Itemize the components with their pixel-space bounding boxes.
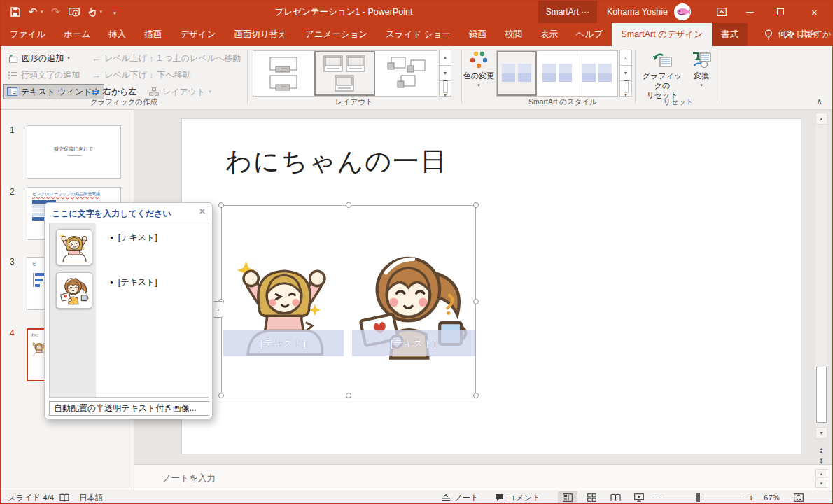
text-pane-bullet-2[interactable]: ●[テキスト] <box>110 276 158 288</box>
save-icon[interactable] <box>10 5 20 19</box>
undo-icon[interactable]: ↶ <box>28 5 38 19</box>
resize-handle-sw[interactable] <box>218 393 224 398</box>
zoom-in-button[interactable]: + <box>748 491 754 504</box>
previous-slide-button[interactable]: ▲▲ <box>816 444 827 455</box>
undo-dropdown-icon[interactable]: ▾ <box>41 9 43 15</box>
tab-insert[interactable]: 挿入 <box>99 23 135 46</box>
move-up-button[interactable]: ↑1 つ上のレベルへ移動 <box>146 50 244 66</box>
layout-gallery-item-1[interactable] <box>253 51 314 96</box>
gallery-more-icon[interactable]: ▼ <box>439 80 451 97</box>
tab-help[interactable]: ヘルプ <box>567 23 612 46</box>
accessibility-checker-icon[interactable] <box>59 491 70 504</box>
zoom-slider-thumb[interactable] <box>696 493 700 502</box>
bullet-list-icon <box>8 71 18 79</box>
fit-to-window-button[interactable] <box>789 491 808 504</box>
tab-record[interactable]: 録画 <box>460 23 496 46</box>
maximize-button[interactable] <box>765 1 796 23</box>
gallery-scroll-up-icon[interactable]: ▲ <box>439 50 451 66</box>
minimize-button[interactable] <box>734 1 765 23</box>
notes-placeholder[interactable]: ノートを入力 <box>162 472 216 484</box>
tab-format[interactable]: 書式 <box>712 23 748 46</box>
tab-file[interactable]: ファイル <box>1 23 55 46</box>
tab-review[interactable]: 校閲 <box>496 23 531 46</box>
resize-handle-e[interactable] <box>473 299 479 304</box>
resize-handle-ne[interactable] <box>473 202 479 208</box>
slideshow-icon <box>634 493 644 502</box>
normal-view-button[interactable] <box>558 491 578 504</box>
bullet-dot-icon: ● <box>110 234 113 241</box>
style-gallery-item-3[interactable] <box>578 51 617 96</box>
smartart-frame[interactable]: [テキスト] [テキスト] › <box>221 205 476 398</box>
convert-button[interactable]: 変換 ▾ <box>687 50 716 89</box>
zoom-percentage[interactable]: 67% <box>764 491 780 504</box>
layout-gallery-item-3[interactable] <box>375 51 436 96</box>
text-pane-item-thumbnail-2[interactable] <box>56 272 92 309</box>
promote-button[interactable]: ←レベル上げ <box>89 50 150 66</box>
customize-qat-icon[interactable]: ▾ <box>110 5 120 19</box>
slide-thumbnail-1[interactable]: 販売促進に向けて <box>27 125 121 178</box>
notes-scroll-down-icon[interactable]: ▼ <box>816 479 827 488</box>
add-bullet-button[interactable]: 行頭文字の追加 <box>5 67 83 83</box>
tab-design[interactable]: デザイン <box>171 23 225 46</box>
language-button[interactable]: 日本語 <box>79 491 104 504</box>
slide-indicator[interactable]: スライド 4/4 <box>8 491 54 504</box>
text-pane-bullet-1[interactable]: ●[テキスト] <box>110 232 158 244</box>
change-colors-button[interactable]: 色の変更 ▾ <box>463 50 495 89</box>
text-pane-collapse-chevron[interactable]: › <box>213 301 223 318</box>
demote-button[interactable]: →レベル下げ <box>89 67 150 83</box>
collapse-ribbon-icon[interactable]: ∧ <box>816 97 822 106</box>
slide-sorter-view-button[interactable] <box>582 491 601 504</box>
start-from-beginning-icon[interactable] <box>69 5 80 19</box>
user-avatar[interactable] <box>674 4 691 20</box>
style-gallery-item-2[interactable] <box>537 51 577 96</box>
tab-smartart-design[interactable]: SmartArt のデザイン <box>612 23 712 46</box>
tab-view[interactable]: 表示 <box>531 23 567 46</box>
resize-handle-n[interactable] <box>346 202 351 208</box>
add-shape-button[interactable]: 図形の追加▾ <box>5 50 73 66</box>
user-name[interactable]: Kohama Yoshie <box>607 1 668 23</box>
close-button[interactable]: × <box>796 1 833 23</box>
tab-slideshow[interactable]: スライド ショー <box>377 23 460 46</box>
resize-handle-nw[interactable] <box>218 202 224 208</box>
notes-pane[interactable]: ノートを入力 ▲ ▼ <box>134 464 833 491</box>
zoom-slider-track[interactable] <box>663 498 744 498</box>
touch-mode-dropdown-icon[interactable]: ▾ <box>100 9 103 15</box>
redo-icon[interactable]: ↷ <box>51 5 61 19</box>
scroll-up-icon[interactable]: ▲ <box>816 113 827 125</box>
text-pane-body[interactable]: ●[テキスト] ●[テキスト] <box>49 223 209 398</box>
reset-graphic-button[interactable]: グラフィックのリセット <box>642 50 682 100</box>
text-pane-item-thumbnail-1[interactable] <box>56 229 92 265</box>
share-button[interactable]: 共有 <box>785 23 817 46</box>
resize-handle-se[interactable] <box>473 393 479 398</box>
gallery-more-icon[interactable]: ▼ <box>620 80 632 97</box>
style-gallery-item-1-selected[interactable] <box>497 51 537 96</box>
gallery-scroll-down-icon[interactable]: ▼ <box>439 65 451 81</box>
gallery-scroll-up-icon[interactable]: ▲ <box>620 50 632 66</box>
notes-scroll-up-icon[interactable]: ▲ <box>816 469 827 478</box>
layout-gallery-item-2-selected[interactable] <box>314 51 375 96</box>
comments-button[interactable]: コメント <box>495 491 540 504</box>
group-label-styles: SmartArt のスタイル <box>491 97 635 107</box>
zoom-out-button[interactable]: − <box>652 491 657 504</box>
vertical-scrollbar[interactable]: ▲ ▼ <box>816 113 827 439</box>
slideshow-view-button[interactable] <box>629 491 649 504</box>
scrollbar-thumb[interactable] <box>816 367 827 423</box>
touch-mouse-mode-icon[interactable] <box>88 5 97 19</box>
tab-animations[interactable]: アニメーション <box>296 23 377 46</box>
close-icon[interactable]: ✕ <box>199 206 206 216</box>
scroll-down-icon[interactable]: ▼ <box>816 427 827 439</box>
move-down-button[interactable]: ↓下へ移動 <box>146 67 194 83</box>
smartart-text-pane[interactable]: ここに文字を入力してください ✕ ●[テキスト] ●[テキスト] 自動配置の半透… <box>44 202 213 419</box>
ribbon-display-options-button[interactable] <box>709 1 734 23</box>
text-pane-layout-caption: 自動配置の半透明テキスト付き画像... <box>49 401 209 416</box>
tab-transitions[interactable]: 画面切り替え <box>225 23 296 46</box>
slide-title[interactable]: わにちゃんの一日 <box>225 144 447 179</box>
smartart-text-band-left[interactable]: [テキスト] <box>223 330 344 356</box>
smartart-text-band-right[interactable]: [テキスト] <box>352 330 475 356</box>
tab-home[interactable]: ホーム <box>55 23 99 46</box>
resize-handle-s[interactable] <box>346 393 351 398</box>
notes-toggle-button[interactable]: ノート <box>442 491 479 504</box>
gallery-scroll-down-icon[interactable]: ▼ <box>620 65 632 81</box>
reading-view-button[interactable] <box>606 491 625 504</box>
tab-draw[interactable]: 描画 <box>135 23 171 46</box>
